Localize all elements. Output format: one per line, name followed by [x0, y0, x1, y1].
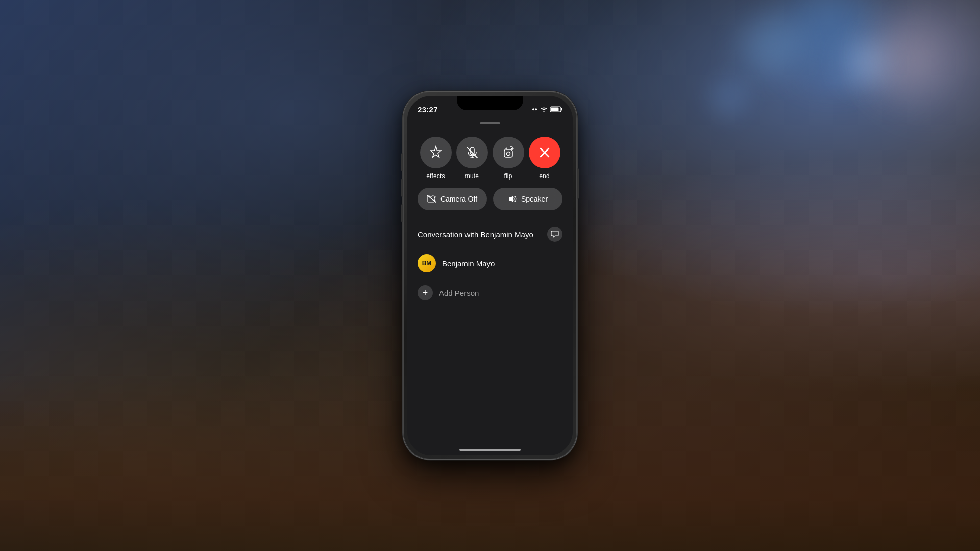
secondary-buttons-row: Camera Off Speaker: [418, 188, 562, 210]
message-icon-button[interactable]: [547, 227, 562, 242]
contact-row: BM Benjamin Mayo: [418, 250, 562, 277]
signal-icon: ●●: [532, 107, 537, 112]
call-content: effects: [407, 127, 573, 440]
chat-bubble-icon: [551, 230, 559, 238]
contact-avatar: BM: [418, 254, 436, 272]
svg-point-7: [506, 152, 510, 156]
status-time: 23:27: [418, 105, 438, 114]
notch: [457, 96, 523, 110]
add-person-label: Add Person: [439, 289, 479, 297]
mute-label: mute: [465, 172, 479, 180]
svg-marker-13: [509, 196, 513, 202]
home-indicator[interactable]: [459, 449, 521, 451]
hand-shadow: [0, 398, 153, 500]
phone-screen: 23:27 ●●: [407, 96, 573, 455]
add-person-icon-circle: +: [418, 285, 433, 300]
svg-rect-1: [561, 108, 562, 111]
star-icon: [429, 145, 443, 160]
effects-button[interactable]: effects: [420, 137, 452, 180]
phone-outer-shell: 23:27 ●●: [403, 92, 577, 459]
wifi-icon: [540, 107, 548, 112]
plus-icon: +: [423, 288, 428, 297]
end-button[interactable]: end: [529, 137, 560, 180]
speaker-icon: [508, 195, 517, 203]
bokeh-2: [740, 15, 801, 77]
bokeh-6: [709, 77, 750, 117]
conversation-section: Conversation with Benjamin Mayo BM Benja…: [407, 218, 573, 305]
flip-label: flip: [504, 172, 512, 180]
mute-button[interactable]: mute: [456, 137, 488, 180]
mic-off-icon: [465, 145, 479, 160]
end-label: end: [539, 172, 550, 180]
battery-icon: [550, 106, 562, 112]
flip-button-circle: [493, 137, 524, 168]
speaker-button[interactable]: Speaker: [493, 188, 562, 210]
bokeh-5: [868, 26, 939, 97]
end-button-circle: [529, 137, 560, 168]
phone-device: 23:27 ●●: [403, 92, 577, 459]
contact-name: Benjamin Mayo: [442, 259, 495, 268]
effects-button-circle: [420, 137, 452, 168]
status-icons: ●●: [532, 106, 562, 112]
camera-off-label: Camera Off: [440, 195, 477, 203]
end-call-icon: [537, 145, 552, 160]
flip-button[interactable]: flip: [493, 137, 524, 180]
svg-rect-2: [551, 108, 559, 111]
camera-off-icon: [427, 195, 436, 203]
effects-label: effects: [426, 172, 445, 180]
speaker-label: Speaker: [521, 195, 548, 203]
conversation-title: Conversation with Benjamin Mayo: [418, 230, 533, 239]
drag-bar: [480, 122, 500, 124]
conversation-header: Conversation with Benjamin Mayo: [418, 227, 562, 242]
mute-button-circle: [456, 137, 488, 168]
camera-off-button[interactable]: Camera Off: [418, 188, 487, 210]
controls-area: effects: [407, 127, 573, 218]
main-buttons-row: effects: [418, 137, 562, 180]
camera-flip-icon: [501, 145, 516, 160]
avatar-initials: BM: [422, 260, 432, 267]
add-person-row[interactable]: + Add Person: [418, 281, 562, 305]
